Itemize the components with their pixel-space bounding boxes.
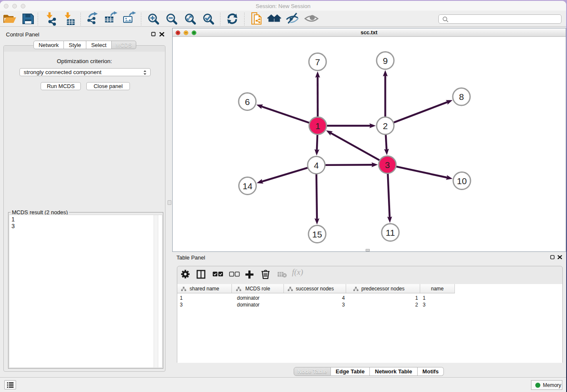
svg-text:1: 1: [315, 121, 320, 131]
svg-text:9: 9: [383, 56, 388, 66]
svg-text:2: 2: [383, 121, 388, 131]
svg-text:11: 11: [385, 228, 395, 237]
svg-text:14: 14: [242, 181, 253, 191]
svg-text:10: 10: [457, 176, 466, 186]
svg-text:4: 4: [314, 160, 319, 170]
svg-text:8: 8: [459, 92, 464, 102]
svg-text:15: 15: [312, 229, 322, 239]
svg-text:7: 7: [315, 57, 320, 67]
svg-text:6: 6: [245, 97, 250, 107]
svg-text:3: 3: [385, 160, 390, 170]
